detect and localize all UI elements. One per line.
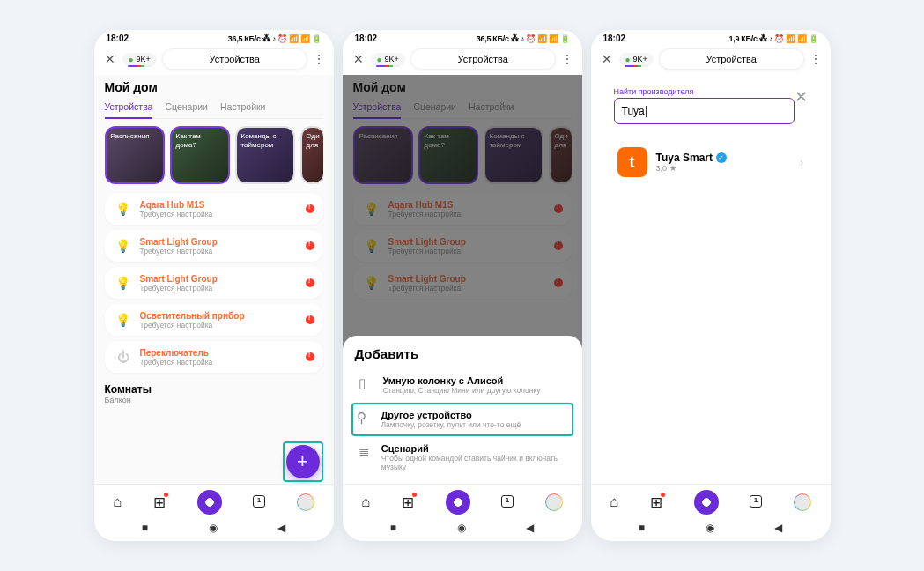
- app-header: ✕ ● 9K+ Устройства ⋮: [343, 45, 582, 75]
- time: 18:02: [107, 33, 129, 43]
- android-nav: ■ ◉ ◀: [591, 516, 831, 541]
- alice-icon[interactable]: [694, 490, 719, 515]
- notifications-chip[interactable]: ● 9K+: [122, 53, 157, 66]
- verified-icon: ✓: [716, 152, 727, 163]
- device-row[interactable]: 💡 Осветительный приборТребуется настройк…: [105, 304, 323, 336]
- apps-icon[interactable]: ⊞: [153, 493, 166, 512]
- scenario-icon: ≣: [359, 443, 373, 471]
- card-timer-commands[interactable]: Команды с таймером: [235, 126, 295, 184]
- tutorial-highlight: [283, 441, 323, 482]
- tabs: Устройства Сценарии Настройки: [105, 98, 323, 119]
- card-home-status[interactable]: Как там дома?: [170, 126, 230, 184]
- phone-screen-1: 18:02 36,5 КБ/с ⁂ ♪ ⏰ 📶 📶 🔋 ✕ ● 9K+ Устр…: [94, 30, 334, 541]
- scenario-cards: Расписания Как там дома? Команды с тайме…: [105, 126, 323, 184]
- bulb-icon: 💡: [114, 199, 133, 219]
- more-icon[interactable]: ⋮: [313, 52, 325, 66]
- notifications-chip[interactable]: ● 9K+: [619, 53, 654, 66]
- phone-screen-3: 18:02 1,9 КБ/с ⁂ ♪ ⏰ 📶 📶 🔋 ✕ ● 9K+ Устро…: [591, 30, 831, 541]
- search-input[interactable]: Tuya: [614, 98, 795, 124]
- more-icon[interactable]: ⋮: [809, 52, 822, 66]
- dot-icon: ●: [377, 55, 382, 64]
- clear-search-icon[interactable]: ✕: [795, 87, 808, 107]
- add-bottom-sheet: Добавить ▯ Умную колонку с АлисойСтанцию…: [343, 336, 582, 484]
- status-bar: 18:02 36,5 КБ/с ⁂ ♪ ⏰ 📶 📶 🔋: [94, 30, 334, 45]
- phone-screen-2: 18:02 36,5 КБ/с ⁂ ♪ ⏰ 📶 📶 🔋 ✕ ● 9K+ Устр…: [343, 30, 582, 541]
- status-icons: 36,5 КБ/с ⁂ ♪ ⏰ 📶 📶 🔋: [477, 34, 570, 43]
- back-icon[interactable]: ◀: [277, 522, 285, 534]
- alice-icon[interactable]: [197, 490, 222, 515]
- search-result[interactable]: t Tuya Smart✓ 3,0 ★ ›: [614, 137, 808, 188]
- device-row[interactable]: 💡 Smart Light GroupТребуется настройка: [105, 230, 323, 262]
- home-icon[interactable]: ⌂: [113, 493, 122, 511]
- home-nav-icon[interactable]: ◉: [457, 522, 466, 534]
- recents-icon[interactable]: ■: [390, 522, 396, 534]
- tab-settings[interactable]: Настройки: [220, 98, 266, 118]
- home-nav-icon[interactable]: ◉: [209, 522, 218, 534]
- device-row[interactable]: 💡 Aqara Hub M1SТребуется настройка: [105, 193, 323, 225]
- status-icons: 1,9 КБ/с ⁂ ♪ ⏰ 📶 📶 🔋: [729, 34, 818, 43]
- sheet-title: Добавить: [355, 346, 570, 361]
- alert-icon: [306, 278, 314, 287]
- badge-icon: [164, 493, 168, 497]
- device-row[interactable]: 💡 Smart Light GroupТребуется настройка: [105, 267, 323, 299]
- alert-icon: [306, 315, 314, 324]
- back-icon[interactable]: ◀: [526, 522, 534, 534]
- home-icon[interactable]: ⌂: [610, 493, 618, 511]
- device-row[interactable]: ⏻ ПереключательТребуется настройка: [105, 341, 323, 373]
- more-icon[interactable]: ⋮: [561, 52, 573, 66]
- bulb-icon: 💡: [114, 236, 133, 256]
- bottom-tabbar: ⌂ ⊞: [343, 484, 582, 516]
- device-list: 💡 Aqara Hub M1SТребуется настройка 💡 Sma…: [105, 193, 323, 373]
- close-icon[interactable]: ✕: [600, 52, 614, 66]
- time: 18:02: [355, 33, 378, 43]
- apps-icon[interactable]: ⊞: [650, 493, 662, 512]
- android-nav: ■ ◉ ◀: [94, 516, 334, 541]
- alert-icon: [306, 352, 314, 361]
- card-schedules[interactable]: Расписания: [105, 126, 165, 184]
- profile-icon[interactable]: [794, 493, 811, 511]
- home-icon[interactable]: ⌂: [361, 493, 370, 511]
- pages-icon[interactable]: [253, 493, 265, 511]
- recents-icon[interactable]: ■: [142, 522, 148, 534]
- page-title[interactable]: Устройства: [659, 48, 804, 70]
- home-nav-icon[interactable]: ◉: [706, 522, 714, 534]
- profile-icon[interactable]: [545, 493, 563, 511]
- close-icon[interactable]: ✕: [103, 52, 117, 66]
- pages-icon[interactable]: [750, 493, 762, 511]
- bottom-tabbar: ⌂ ⊞: [591, 484, 831, 516]
- chevron-right-icon: ›: [800, 155, 804, 169]
- rooms-section: Комнаты Балкон: [105, 383, 323, 404]
- profile-icon[interactable]: [297, 493, 314, 511]
- page-title[interactable]: Устройства: [162, 48, 307, 70]
- home-name: Мой дом: [105, 80, 323, 94]
- search-label: Найти производителя: [614, 87, 808, 96]
- bottom-tabbar: ⌂ ⊞: [94, 484, 334, 516]
- alert-icon: [306, 204, 314, 213]
- back-icon[interactable]: ◀: [774, 522, 782, 534]
- pages-icon[interactable]: [501, 493, 514, 511]
- status-bar: 18:02 1,9 КБ/с ⁂ ♪ ⏰ 📶 📶 🔋: [591, 30, 831, 45]
- sheet-item-scenario[interactable]: ≣ СценарийЧтобы одной командой ставить ч…: [355, 436, 570, 478]
- tab-devices[interactable]: Устройства: [105, 98, 153, 119]
- tuya-logo-icon: t: [617, 147, 647, 177]
- notifications-chip[interactable]: ● 9K+: [371, 53, 405, 66]
- speaker-icon: ▯: [359, 375, 374, 395]
- app-header: ✕ ● 9K+ Устройства ⋮: [591, 45, 831, 75]
- close-icon[interactable]: ✕: [351, 52, 366, 66]
- app-header: ✕ ● 9K+ Устройства ⋮: [94, 45, 334, 75]
- page-title[interactable]: Устройства: [410, 48, 556, 70]
- text-cursor: [646, 106, 647, 117]
- alert-icon: [306, 241, 314, 250]
- tab-scenarios[interactable]: Сценарии: [165, 98, 208, 118]
- card-partial[interactable]: Оди для: [300, 126, 323, 184]
- alice-icon[interactable]: [446, 490, 470, 515]
- android-nav: ■ ◉ ◀: [343, 516, 582, 541]
- bulb-icon: 💡: [114, 310, 133, 330]
- switch-icon: ⏻: [114, 347, 133, 367]
- status-bar: 18:02 36,5 КБ/с ⁂ ♪ ⏰ 📶 📶 🔋: [343, 30, 582, 45]
- sheet-item-other-device[interactable]: ⚲ Другое устройствоЛампочку, розетку, пу…: [351, 403, 573, 436]
- dot-icon: ●: [625, 55, 631, 64]
- apps-icon[interactable]: ⊞: [402, 493, 414, 512]
- sheet-item-speaker[interactable]: ▯ Умную колонку с АлисойСтанцию, Станцию…: [355, 368, 570, 403]
- recents-icon[interactable]: ■: [639, 522, 645, 534]
